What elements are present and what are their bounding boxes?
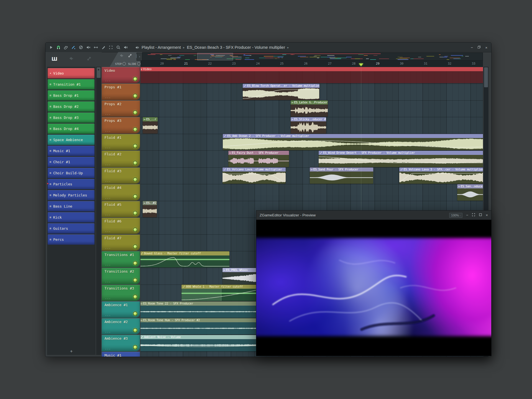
clip-header[interactable]: ↦ES..#2 [143,201,157,205]
wave-icon[interactable] [69,57,73,61]
clip-header[interactable]: ES_Amb Ocean 2 - SFX Producer - Volume m… [223,134,483,138]
close-button[interactable]: × [485,45,487,50]
picker-item[interactable]: ≡Bass Drop #2 [48,101,94,112]
step-checkbox[interactable] [122,62,126,65]
select-icon[interactable] [109,45,113,50]
magnet-icon[interactable] [56,45,61,50]
track-header[interactable]: Props #1··· [102,84,140,100]
clip-header[interactable]: ↦ES_Fairy Dust - SFX Producer [228,151,289,155]
playlist-clip[interactable]: ↦ES_..r [143,117,158,134]
step-toggle[interactable]: STEP [115,62,126,65]
picker-item[interactable]: ≡Choir #1 [48,157,94,167]
track-header[interactable]: Fluid #1··· [102,134,140,150]
speaker-icon[interactable] [124,45,128,50]
clip-header[interactable]: ↦ES_Sticky..oducer #2 [291,117,326,121]
track-options[interactable]: ··· [105,147,111,150]
track-header[interactable]: Ambience #2··· [102,318,140,334]
track-options[interactable]: ··· [105,348,111,351]
slide-checkbox[interactable] [137,62,140,65]
playlist-clip[interactable]: Bowed Glass - Master filter cutoff [140,251,229,268]
arrangement-minimap[interactable] [142,53,483,61]
clip-body[interactable] [222,172,286,184]
piano-icon[interactable]: Ш [52,57,57,62]
clip-body[interactable] [319,155,483,167]
restore-button[interactable] [477,45,481,50]
clip-body[interactable] [399,172,483,184]
playlist-clip[interactable]: ↦ES_San..oducer [457,184,483,201]
clip-header[interactable]: ES_Blow Torch Operat..er - Volume multip… [243,84,319,88]
zoom-level-select[interactable]: 100% › [449,213,462,218]
playlist-clip[interactable]: ↦ES_Fairy Dust - SFX Producer [228,151,289,167]
track-options[interactable]: ··· [105,281,111,284]
track-header[interactable]: Fluid #4··· [102,184,140,200]
clip-header[interactable]: ↦ES_San..oducer [457,184,483,188]
playlist-clip[interactable]: ↦ES_Latex G..Producer [291,100,328,117]
track-header[interactable]: Props #2··· [102,101,140,117]
track-mute-led[interactable] [133,161,137,165]
add-pattern-button[interactable]: + [47,349,96,354]
link-icon[interactable] [87,57,91,61]
playlist-clip[interactable]: ES_Volcano Lava 3 - SFX..cer - Volume mu… [399,167,483,184]
track-options[interactable]: ··· [105,314,111,317]
track-header[interactable]: Music #1··· [102,352,140,357]
playlist-clip[interactable]: ES_Amb Ocean 2 - SFX Producer - Volume m… [223,134,483,150]
slide-toggle[interactable]: SLIDE [128,62,140,65]
picker-item[interactable]: ≡Bass Drop #4 [48,124,94,134]
track-header[interactable]: Fluid #6··· [102,218,140,234]
clip-header[interactable]: ↦ES_Latex G..Producer [291,100,328,104]
track-options[interactable]: ··· [105,80,111,83]
playlist-clip[interactable]: ↦ES_Sticky..oducer #2 [291,117,326,134]
track-mute-led[interactable] [133,177,137,182]
track-mute-led[interactable] [133,94,137,98]
clip-body[interactable] [140,339,264,351]
clip-body[interactable] [310,172,373,184]
track-options[interactable]: ··· [105,214,111,217]
picker-item[interactable]: ≡Transition #1 [48,79,94,89]
picker-item[interactable]: ≡Kick [48,212,94,222]
track-mute-led[interactable] [133,328,137,332]
playlist-clip[interactable]: ↦ES..#2 [143,201,157,217]
play-icon[interactable] [49,45,53,50]
playlist-clip[interactable]: 808 Whale 1 - Master filter cutoff [181,285,264,301]
clip-header[interactable]: Ambient Noise - Volume [140,335,264,339]
minimap-scroll-left-button[interactable]: ‹ [137,53,143,61]
playlist-clip[interactable]: ↦ES_Sand Pour - SFX Producer [310,167,373,184]
clip-body[interactable] [291,104,328,117]
track-options[interactable]: ··· [105,197,111,200]
clip-header[interactable]: 808 Whale 1 - Master filter cutoff [181,285,264,289]
track-options[interactable]: ··· [105,297,111,300]
clip-body[interactable] [140,255,229,268]
playlist-clip[interactable]: ∨Video [140,67,483,83]
clip-body[interactable] [243,88,319,100]
picker-item[interactable]: ≡Music #1 [48,146,94,156]
track-mute-led[interactable] [133,110,137,115]
picker-item[interactable]: ≡Bass Drop #3 [48,112,94,123]
clip-body[interactable] [140,322,264,334]
slip-icon[interactable] [64,45,68,50]
track-header[interactable]: Transitions #2··· [102,268,140,284]
track-mute-led[interactable] [133,244,137,249]
minimize-button[interactable]: − [466,213,468,217]
track-header[interactable]: Video··· [102,67,140,83]
track-header[interactable]: Ambience #1··· [102,301,140,318]
track-options[interactable]: ··· [105,163,111,167]
maximize-button[interactable] [479,213,482,217]
close-button[interactable]: × [486,213,488,217]
playlist-clip[interactable]: ES_Volcano Lava..olume multiplier [222,167,286,184]
track-mute-led[interactable] [133,144,137,148]
picker-item[interactable]: ≡Bass Drop #1 [48,90,94,101]
track-mute-led[interactable] [133,227,137,232]
picker-item[interactable]: ≡Bass Line [48,201,94,211]
track-options[interactable]: ··· [105,247,111,250]
minimize-button[interactable]: − [471,45,473,50]
clip-header[interactable]: ↦ES_Sand Pour - SFX Producer [310,167,373,172]
visualizer-titlebar[interactable]: ZGameEditor Visualizer - Preview 100% › … [256,211,491,220]
track-options[interactable]: ··· [105,331,111,334]
clip-body[interactable] [223,138,483,150]
picker-item[interactable]: ≡Percs [48,234,94,245]
playlist-clip[interactable]: Ambient Noise - Volume [140,335,264,351]
speaker-mute-icon[interactable] [86,45,91,50]
track-mute-led[interactable] [133,77,137,81]
track-options[interactable]: ··· [105,113,111,116]
track-mute-led[interactable] [133,278,137,282]
